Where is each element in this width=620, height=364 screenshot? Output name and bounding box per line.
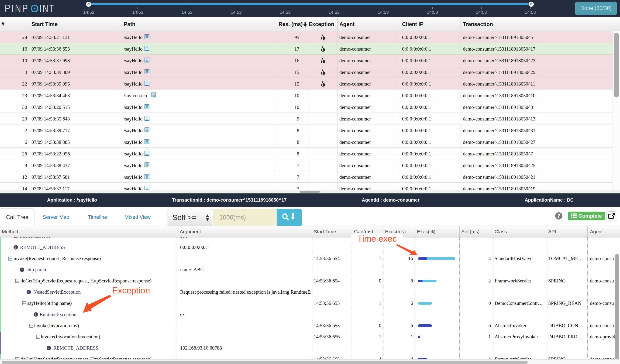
svg-text:i: i bbox=[21, 268, 22, 272]
svg-text:i: i bbox=[35, 313, 36, 317]
svg-text:i: i bbox=[48, 346, 49, 350]
svg-text:i: i bbox=[15, 238, 16, 238]
svg-text:i: i bbox=[28, 290, 29, 294]
svg-text:i: i bbox=[15, 246, 16, 249]
